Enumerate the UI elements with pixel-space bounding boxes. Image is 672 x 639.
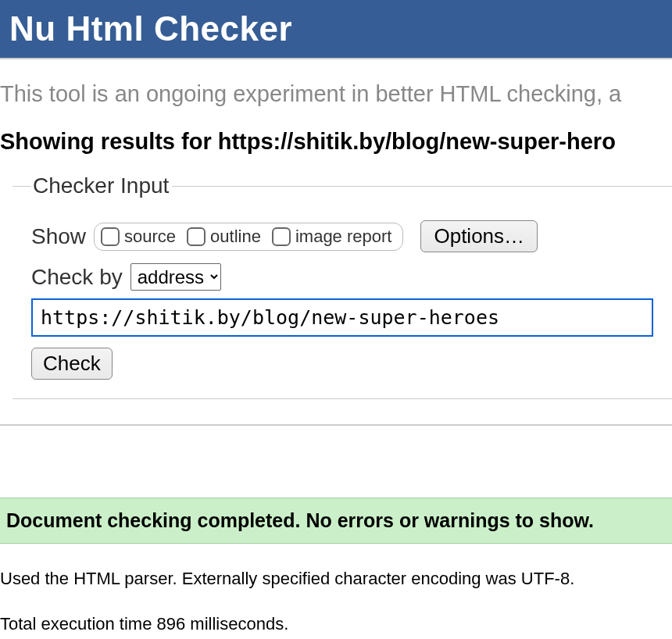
checkbox-source[interactable]: source bbox=[101, 227, 176, 247]
show-row: Show source outline image report Options… bbox=[31, 220, 653, 252]
check-row: Check bbox=[31, 348, 653, 380]
results-heading: Showing results for https://shitik.by/bl… bbox=[0, 107, 672, 173]
checkbox-outline[interactable]: outline bbox=[187, 227, 261, 247]
success-banner: Document checking completed. No errors o… bbox=[0, 498, 672, 544]
check-button[interactable]: Check bbox=[31, 348, 113, 380]
checkbox-outline-label: outline bbox=[210, 227, 261, 247]
show-label: Show bbox=[31, 224, 86, 249]
url-input[interactable] bbox=[31, 298, 653, 337]
checkbox-box-icon bbox=[272, 227, 291, 246]
page-header: Nu Html Checker bbox=[0, 0, 672, 59]
checkbox-image-report-label: image report bbox=[295, 227, 392, 247]
execution-time: Total execution time 896 milliseconds. bbox=[0, 606, 672, 634]
checkbox-box-icon bbox=[187, 227, 206, 246]
check-by-row: Check by address bbox=[31, 263, 653, 291]
check-by-select[interactable]: address bbox=[130, 263, 221, 291]
fieldset-legend: Checker Input bbox=[31, 173, 172, 198]
intro-text: This tool is an ongoing experiment in be… bbox=[0, 59, 672, 107]
page-title: Nu Html Checker bbox=[9, 9, 663, 48]
checkbox-box-icon bbox=[101, 227, 120, 246]
options-button[interactable]: Options… bbox=[420, 220, 538, 252]
checkbox-source-label: source bbox=[124, 227, 176, 247]
checker-input-fieldset: Checker Input Show source outline image … bbox=[13, 173, 672, 399]
check-by-label: Check by bbox=[31, 265, 123, 290]
parser-info: Used the HTML parser. Externally specifi… bbox=[0, 561, 672, 589]
checkbox-image-report[interactable]: image report bbox=[272, 227, 392, 247]
divider bbox=[0, 424, 672, 426]
show-options-group: source outline image report bbox=[94, 223, 403, 251]
